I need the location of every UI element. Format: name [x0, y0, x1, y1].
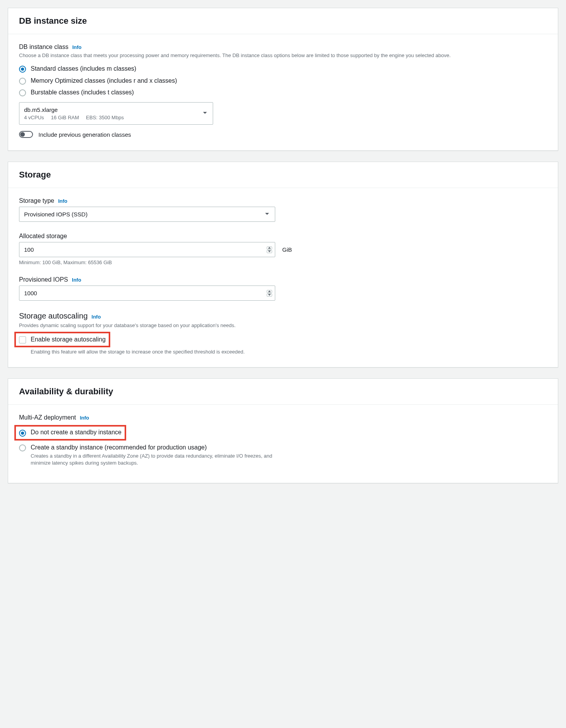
provisioned-iops-input[interactable] — [19, 286, 275, 301]
radio-memory-optimized[interactable]: Memory Optimized classes (includes r and… — [19, 77, 547, 85]
panel-title: DB instance size — [19, 16, 547, 26]
caret-down-icon — [265, 211, 269, 218]
no-standby-highlight: Do not create a standby instance — [14, 425, 126, 441]
radio-icon[interactable] — [19, 66, 26, 73]
radio-no-standby[interactable] — [19, 430, 26, 437]
storage-autoscaling-desc: Provides dynamic scaling support for you… — [19, 322, 547, 329]
radio-create-standby-desc: Creates a standby in a different Availab… — [31, 453, 279, 467]
allocated-storage-field: Allocated storage GiB Minimum: 100 GiB, … — [19, 233, 547, 265]
panel-title: Availability & durability — [19, 387, 547, 397]
allocated-storage-unit: GiB — [282, 246, 292, 253]
storage-type-info-link[interactable]: Info — [58, 198, 68, 204]
db-instance-class-select[interactable]: db.m5.xlarge 4 vCPUs 16 GiB RAM EBS: 350… — [19, 102, 213, 125]
storage-autoscaling-info-link[interactable]: Info — [92, 314, 101, 320]
step-up-button[interactable] — [267, 290, 272, 293]
panel-body: Multi-AZ deployment Info Do not create a… — [8, 405, 558, 483]
step-down-button[interactable] — [267, 250, 272, 253]
storage-type-select[interactable]: Provisioned IOPS (SSD) — [19, 207, 275, 222]
radio-standard-classes[interactable]: Standard classes (includes m classes) — [19, 65, 547, 73]
allocated-storage-label: Allocated storage — [19, 233, 67, 240]
provisioned-iops-label: Provisioned IOPS — [19, 276, 68, 283]
allocated-storage-input[interactable] — [19, 242, 275, 257]
radio-burstable-classes[interactable]: Burstable classes (includes t classes) — [19, 89, 547, 97]
multi-az-label: Multi-AZ deployment — [19, 414, 76, 421]
radio-label: Burstable classes (includes t classes) — [31, 89, 134, 97]
multi-az-label-row: Multi-AZ deployment Info — [19, 414, 547, 421]
enable-autoscaling-desc: Enabling this feature will allow the sto… — [31, 349, 248, 355]
allocated-storage-hint: Minimum: 100 GiB, Maximum: 65536 GiB — [19, 260, 547, 265]
db-class-info-link[interactable]: Info — [72, 44, 82, 50]
ebs-text: EBS: 3500 Mbps — [86, 115, 124, 120]
toggle-label: Include previous generation classes — [38, 131, 131, 138]
select-value: Provisioned IOPS (SSD) — [24, 211, 259, 218]
radio-icon[interactable] — [19, 78, 26, 85]
vcpu-text: 4 vCPUs — [24, 115, 44, 120]
step-down-button[interactable] — [267, 293, 272, 296]
number-spinner — [267, 290, 272, 296]
radio-label: Memory Optimized classes (includes r and… — [31, 77, 177, 85]
provisioned-iops-info-link[interactable]: Info — [72, 277, 81, 283]
enable-autoscaling-highlight: Enable storage autoscaling — [14, 332, 110, 347]
storage-type-label-row: Storage type Info — [19, 197, 547, 204]
enable-autoscaling-label: Enable storage autoscaling — [31, 336, 106, 343]
db-class-description: Choose a DB instance class that meets yo… — [19, 52, 547, 59]
include-prev-gen-toggle-row: Include previous generation classes — [19, 131, 547, 138]
panel-header: DB instance size — [8, 8, 558, 34]
enable-autoscaling-checkbox[interactable] — [19, 336, 26, 343]
storage-autoscaling-section: Storage autoscaling Info Provides dynami… — [19, 312, 547, 355]
storage-panel: Storage Storage type Info Provisioned IO… — [8, 162, 558, 367]
ram-text: 16 GiB RAM — [51, 115, 79, 120]
db-instance-size-panel: DB instance size DB instance class Info … — [8, 8, 558, 151]
multi-az-info-link[interactable]: Info — [80, 415, 89, 421]
storage-autoscaling-label: Storage autoscaling — [19, 312, 88, 320]
radio-create-standby[interactable] — [19, 444, 26, 451]
radio-create-standby-label: Create a standby instance (recommended f… — [31, 444, 279, 452]
caret-down-icon — [203, 110, 207, 117]
provisioned-iops-field: Provisioned IOPS Info — [19, 276, 547, 301]
step-up-button[interactable] — [267, 246, 272, 249]
availability-panel: Availability & durability Multi-AZ deplo… — [8, 378, 558, 483]
radio-icon[interactable] — [19, 89, 26, 96]
panel-header: Availability & durability — [8, 379, 558, 405]
include-prev-gen-toggle[interactable] — [19, 131, 33, 138]
allocated-storage-input-wrap — [19, 242, 275, 257]
radio-no-standby-label: Do not create a standby instance — [31, 429, 122, 436]
select-meta: 4 vCPUs 16 GiB RAM EBS: 3500 Mbps — [24, 115, 197, 120]
db-class-label-row: DB instance class Info — [19, 44, 547, 51]
radio-create-standby-row[interactable]: Create a standby instance (recommended f… — [19, 444, 547, 467]
panel-header: Storage — [8, 162, 558, 188]
storage-type-label: Storage type — [19, 197, 54, 204]
number-spinner — [267, 246, 272, 253]
panel-title: Storage — [19, 170, 547, 180]
panel-body: Storage type Info Provisioned IOPS (SSD)… — [8, 188, 558, 367]
select-value: db.m5.xlarge — [24, 106, 197, 113]
panel-body: DB instance class Info Choose a DB insta… — [8, 34, 558, 150]
radio-label: Standard classes (includes m classes) — [31, 65, 136, 73]
provisioned-iops-input-wrap — [19, 286, 275, 301]
db-class-label: DB instance class — [19, 44, 68, 51]
